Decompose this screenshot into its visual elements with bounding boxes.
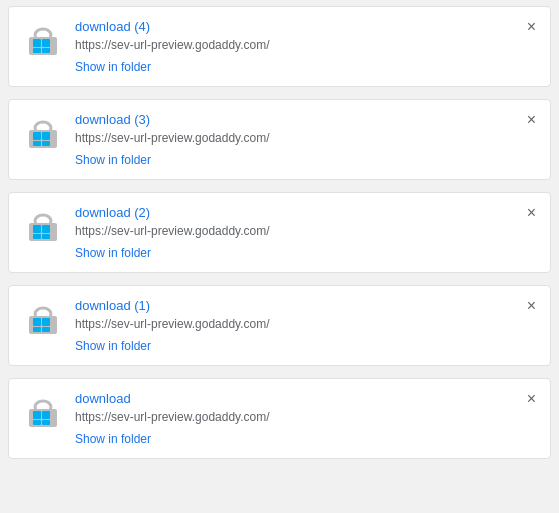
download-info: download (4)https://sev-url-preview.goda… [75, 19, 536, 74]
close-button[interactable]: × [523, 110, 540, 130]
download-name[interactable]: download [75, 391, 536, 406]
close-button[interactable]: × [523, 296, 540, 316]
show-in-folder-link[interactable]: Show in folder [75, 246, 536, 260]
file-icon [23, 391, 63, 431]
svg-rect-14 [33, 225, 41, 233]
download-name[interactable]: download (4) [75, 19, 536, 34]
download-item: download (3)https://sev-url-preview.goda… [8, 99, 551, 180]
svg-rect-20 [33, 318, 41, 326]
download-list: download (4)https://sev-url-preview.goda… [0, 0, 559, 465]
download-info: download (3)https://sev-url-preview.goda… [75, 112, 536, 167]
svg-rect-9 [42, 132, 50, 140]
file-icon [23, 298, 63, 338]
file-icon [23, 19, 63, 59]
svg-rect-15 [42, 225, 50, 233]
download-url: https://sev-url-preview.godaddy.com/ [75, 317, 536, 331]
download-url: https://sev-url-preview.godaddy.com/ [75, 224, 536, 238]
download-item: download (1)https://sev-url-preview.goda… [8, 285, 551, 366]
download-name[interactable]: download (1) [75, 298, 536, 313]
svg-rect-29 [42, 420, 50, 425]
svg-rect-2 [33, 39, 41, 47]
download-url: https://sev-url-preview.godaddy.com/ [75, 410, 536, 424]
svg-rect-10 [33, 141, 41, 146]
download-item: downloadhttps://sev-url-preview.godaddy.… [8, 378, 551, 459]
file-icon [23, 205, 63, 245]
download-name[interactable]: download (2) [75, 205, 536, 220]
download-url: https://sev-url-preview.godaddy.com/ [75, 131, 536, 145]
svg-rect-28 [33, 420, 41, 425]
show-in-folder-link[interactable]: Show in folder [75, 339, 536, 353]
download-info: download (1)https://sev-url-preview.goda… [75, 298, 536, 353]
file-icon [23, 112, 63, 152]
download-info: download (2)https://sev-url-preview.goda… [75, 205, 536, 260]
show-in-folder-link[interactable]: Show in folder [75, 432, 536, 446]
download-url: https://sev-url-preview.godaddy.com/ [75, 38, 536, 52]
close-button[interactable]: × [523, 389, 540, 409]
show-in-folder-link[interactable]: Show in folder [75, 153, 536, 167]
svg-rect-8 [33, 132, 41, 140]
svg-rect-23 [42, 327, 50, 332]
svg-rect-5 [42, 48, 50, 53]
download-info: downloadhttps://sev-url-preview.godaddy.… [75, 391, 536, 446]
svg-rect-26 [33, 411, 41, 419]
svg-rect-21 [42, 318, 50, 326]
download-name[interactable]: download (3) [75, 112, 536, 127]
svg-rect-17 [42, 234, 50, 239]
svg-rect-11 [42, 141, 50, 146]
close-button[interactable]: × [523, 203, 540, 223]
download-item: download (4)https://sev-url-preview.goda… [8, 6, 551, 87]
close-button[interactable]: × [523, 17, 540, 37]
svg-rect-16 [33, 234, 41, 239]
show-in-folder-link[interactable]: Show in folder [75, 60, 536, 74]
download-item: download (2)https://sev-url-preview.goda… [8, 192, 551, 273]
svg-rect-27 [42, 411, 50, 419]
svg-rect-4 [33, 48, 41, 53]
svg-rect-22 [33, 327, 41, 332]
svg-rect-3 [42, 39, 50, 47]
